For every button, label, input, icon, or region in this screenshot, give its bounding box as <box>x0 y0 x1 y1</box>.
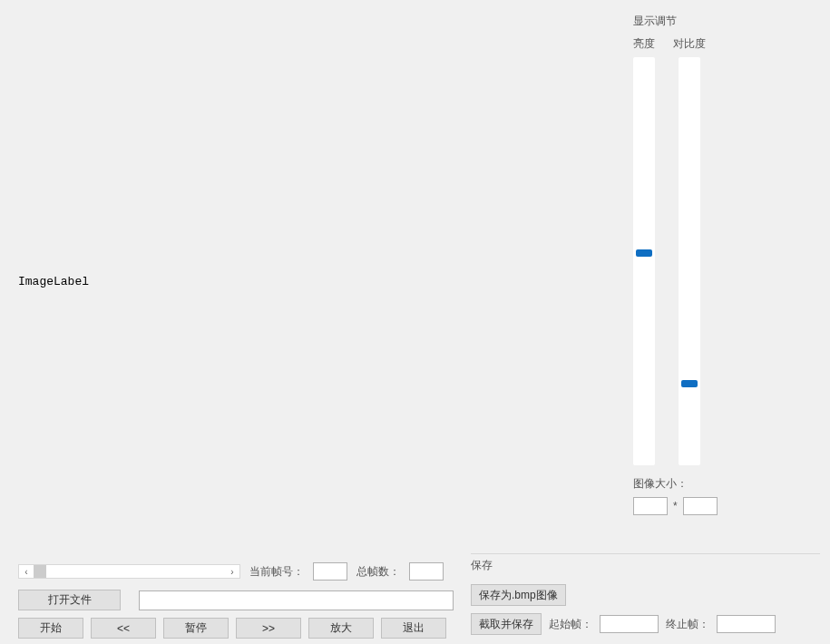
save-panel-title: 保存 <box>471 558 820 573</box>
image-width-input[interactable] <box>633 497 668 515</box>
open-file-button[interactable]: 打开文件 <box>18 590 121 610</box>
contrast-slider[interactable] <box>679 57 700 465</box>
scroll-thumb[interactable] <box>34 565 46 578</box>
file-path-input[interactable] <box>139 590 454 610</box>
playback-panel: ‹ › 当前帧号： 总帧数： 打开文件 开始 << 暂停 >> 放大 退出 <box>18 562 454 639</box>
scroll-right-arrow[interactable]: › <box>225 565 239 578</box>
pause-button[interactable]: 暂停 <box>163 618 229 639</box>
save-bmp-button[interactable]: 保存为.bmp图像 <box>471 584 566 606</box>
brightness-group: 亮度 <box>633 36 655 465</box>
contrast-slider-thumb[interactable] <box>681 380 698 387</box>
end-frame-input[interactable] <box>717 615 776 633</box>
frame-scrollbar[interactable]: ‹ › <box>18 564 240 579</box>
start-button[interactable]: 开始 <box>18 618 83 639</box>
clip-save-button[interactable]: 截取并保存 <box>471 613 542 635</box>
image-size-separator: * <box>673 500 678 512</box>
brightness-slider-thumb[interactable] <box>636 249 652 257</box>
image-label: ImageLabel <box>18 275 89 288</box>
contrast-group: 对比度 <box>673 36 706 465</box>
display-adjust-panel: 显示调节 亮度 对比度 图像大小： * <box>633 14 815 515</box>
exit-button[interactable]: 退出 <box>381 618 446 639</box>
brightness-label: 亮度 <box>633 36 655 52</box>
next-button[interactable]: >> <box>236 618 301 639</box>
current-frame-input[interactable] <box>313 562 347 581</box>
image-display-area: ImageLabel <box>9 9 617 535</box>
image-height-input[interactable] <box>683 497 718 515</box>
total-frames-input[interactable] <box>409 562 444 581</box>
scroll-track[interactable] <box>34 565 225 578</box>
start-frame-input[interactable] <box>600 615 659 633</box>
end-frame-label: 终止帧： <box>666 617 709 632</box>
prev-button[interactable]: << <box>91 618 156 639</box>
zoom-button[interactable]: 放大 <box>308 618 374 639</box>
image-size-label: 图像大小： <box>633 477 688 490</box>
current-frame-label: 当前帧号： <box>249 564 304 580</box>
start-frame-label: 起始帧： <box>549 617 592 632</box>
total-frames-label: 总帧数： <box>356 564 400 580</box>
save-panel: 保存 保存为.bmp图像 截取并保存 起始帧： 终止帧： <box>471 553 820 642</box>
contrast-label: 对比度 <box>673 36 706 52</box>
display-adjust-title: 显示调节 <box>633 14 815 29</box>
brightness-slider[interactable] <box>633 57 655 465</box>
scroll-left-arrow[interactable]: ‹ <box>19 565 34 578</box>
